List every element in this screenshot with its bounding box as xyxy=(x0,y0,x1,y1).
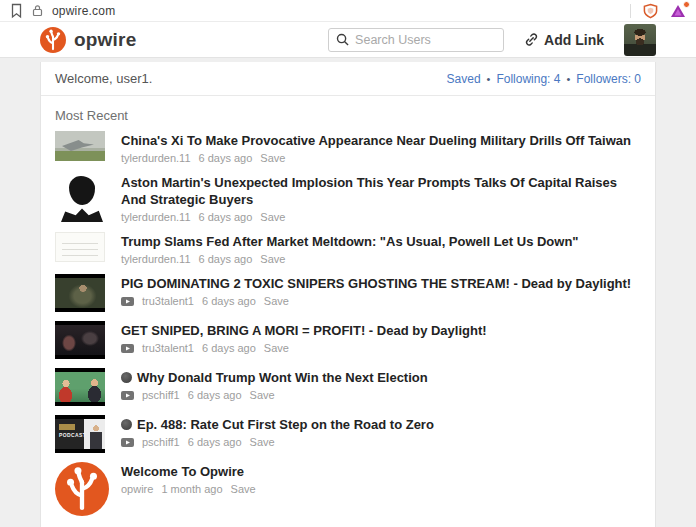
item-author-link[interactable]: tru3talent1 xyxy=(142,342,194,354)
item-save-button[interactable]: Save xyxy=(260,253,285,265)
item-title-text: Welcome To Opwire xyxy=(121,463,244,480)
item-title-link[interactable]: Ep. 488: Rate Cut First Step on the Road… xyxy=(121,416,641,433)
item-meta: tylerdurden.11 6 days ago Save xyxy=(121,211,641,223)
search-input[interactable] xyxy=(355,33,485,47)
item-title-text: PIG DOMINATING 2 TOXIC SNIPERS GHOSTING … xyxy=(121,275,631,292)
item-meta: pschiff1 6 days ago Save xyxy=(121,436,641,448)
thumbnail-cell xyxy=(55,274,111,312)
site-header: opwire Add Link xyxy=(0,22,696,58)
item-save-button[interactable]: Save xyxy=(264,295,289,307)
feed-item-body: Why Donald Trump Wont Win the Next Elect… xyxy=(121,368,641,406)
item-timestamp: 6 days ago xyxy=(199,253,253,265)
address-bar-left: opwire.com xyxy=(10,3,630,19)
item-title-link[interactable]: GET SNIPED, BRING A MORI = PROFIT! - Dea… xyxy=(121,322,641,339)
feed-item: GET SNIPED, BRING A MORI = PROFIT! - Dea… xyxy=(55,321,641,359)
lock-icon xyxy=(32,4,43,17)
item-title-link[interactable]: Why Donald Trump Wont Win the Next Elect… xyxy=(121,369,641,386)
extension-icon[interactable] xyxy=(670,4,686,18)
shield-icon[interactable] xyxy=(643,3,658,19)
youtube-icon xyxy=(121,391,134,400)
item-title-text: GET SNIPED, BRING A MORI = PROFIT! - Dea… xyxy=(121,322,487,339)
welcome-links: Saved • Following: 4 • Followers: 0 xyxy=(447,72,641,86)
thumbnail-note[interactable] xyxy=(55,232,105,262)
item-timestamp: 6 days ago xyxy=(188,389,242,401)
item-timestamp: 6 days ago xyxy=(199,152,253,164)
item-save-button[interactable]: Save xyxy=(250,436,275,448)
item-author-link[interactable]: tylerdurden.11 xyxy=(121,253,191,265)
header-right: Add Link xyxy=(328,24,656,56)
bullet-separator: • xyxy=(487,73,491,85)
item-title-text: Ep. 488: Rate Cut First Step on the Road… xyxy=(137,416,434,433)
youtube-icon xyxy=(121,297,134,306)
item-title-link[interactable]: Aston Martin's Unexpected Implosion This… xyxy=(121,174,641,208)
item-title-link[interactable]: PIG DOMINATING 2 TOXIC SNIPERS GHOSTING … xyxy=(121,275,641,292)
extension-badge xyxy=(683,1,690,8)
saved-link[interactable]: Saved xyxy=(447,72,481,86)
item-meta: tru3talent1 6 days ago Save xyxy=(121,342,641,354)
brand-logo xyxy=(40,27,66,53)
site-dot-icon xyxy=(121,372,132,383)
item-save-button[interactable]: Save xyxy=(250,389,275,401)
url-text: opwire.com xyxy=(52,4,115,18)
item-save-button[interactable]: Save xyxy=(231,483,256,495)
search-box[interactable] xyxy=(328,28,504,52)
item-title-link[interactable]: China's Xi To Make Provocative Appearanc… xyxy=(121,132,641,149)
section-title: Most Recent xyxy=(41,96,655,131)
item-author-link[interactable]: tru3talent1 xyxy=(142,295,194,307)
thumbnail-dbd-green[interactable] xyxy=(55,274,105,312)
browser-address-bar[interactable]: opwire.com xyxy=(0,0,696,22)
feed-item-body: PIG DOMINATING 2 TOXIC SNIPERS GHOSTING … xyxy=(121,274,641,312)
item-timestamp: 6 days ago xyxy=(199,211,253,223)
item-author-link[interactable]: pschiff1 xyxy=(142,389,180,401)
feed-item: China's Xi To Make Provocative Appearanc… xyxy=(55,131,641,164)
thumbnail-logo[interactable] xyxy=(55,462,109,516)
chrome-divider xyxy=(630,4,631,18)
thumbnail-text: PODCAST xyxy=(59,432,86,438)
followers-link[interactable]: Followers: 0 xyxy=(576,72,641,86)
thumbnail-news[interactable] xyxy=(55,368,105,406)
opwire-logo-icon xyxy=(55,462,109,516)
thumbnail-dbd-red[interactable] xyxy=(55,321,105,359)
feed-item-body: Aston Martin's Unexpected Implosion This… xyxy=(121,173,641,223)
item-title-link[interactable]: Welcome To Opwire xyxy=(121,463,641,480)
following-link[interactable]: Following: 4 xyxy=(496,72,560,86)
address-bar-right xyxy=(630,3,686,19)
user-avatar[interactable] xyxy=(624,24,656,56)
page: opwire.com xyxy=(0,0,696,527)
item-author-link[interactable]: tylerdurden.11 xyxy=(121,152,191,164)
item-title-text: Trump Slams Fed After Market Meltdown: "… xyxy=(121,233,579,250)
link-icon xyxy=(524,32,539,47)
item-save-button[interactable]: Save xyxy=(260,211,285,223)
youtube-icon xyxy=(121,344,134,353)
feed-list: China's Xi To Make Provocative Appearanc… xyxy=(41,131,655,527)
thumbnail-jet[interactable] xyxy=(55,131,105,161)
thumbnail-cell xyxy=(55,173,111,223)
feed-item: Trump Slams Fed After Market Meltdown: "… xyxy=(55,232,641,265)
thumbnail-sketch[interactable] xyxy=(55,173,109,222)
item-title-text: China's Xi To Make Provocative Appearanc… xyxy=(121,132,631,149)
feed-item: Aston Martin's Unexpected Implosion This… xyxy=(55,173,641,223)
add-link-button[interactable]: Add Link xyxy=(524,32,604,48)
brand-name: opwire xyxy=(74,29,136,51)
search-icon xyxy=(336,33,349,46)
add-link-label: Add Link xyxy=(544,32,604,48)
item-meta: tylerdurden.11 6 days ago Save xyxy=(121,253,641,265)
bookmark-icon[interactable] xyxy=(10,3,23,19)
item-save-button[interactable]: Save xyxy=(264,342,289,354)
item-meta: tylerdurden.11 6 days ago Save xyxy=(121,152,641,164)
item-save-button[interactable]: Save xyxy=(260,152,285,164)
thumbnail-cell xyxy=(55,462,111,516)
item-author-link[interactable]: pschiff1 xyxy=(142,436,180,448)
thumbnail-cell xyxy=(55,321,111,359)
item-timestamp: 6 days ago xyxy=(202,342,256,354)
thumbnail-podcast[interactable]: PODCAST xyxy=(55,415,105,453)
site-dot-icon xyxy=(121,419,132,430)
item-title-link[interactable]: Trump Slams Fed After Market Meltdown: "… xyxy=(121,233,641,250)
thumbnail-cell xyxy=(55,368,111,406)
item-author-link[interactable]: opwire xyxy=(121,483,153,495)
item-author-link[interactable]: tylerdurden.11 xyxy=(121,211,191,223)
feed-item: Welcome To Opwire opwire 1 month ago Sav… xyxy=(55,462,641,516)
brand-home-link[interactable]: opwire xyxy=(40,27,136,53)
item-timestamp: 6 days ago xyxy=(202,295,256,307)
item-title-text: Why Donald Trump Wont Win the Next Elect… xyxy=(137,369,428,386)
